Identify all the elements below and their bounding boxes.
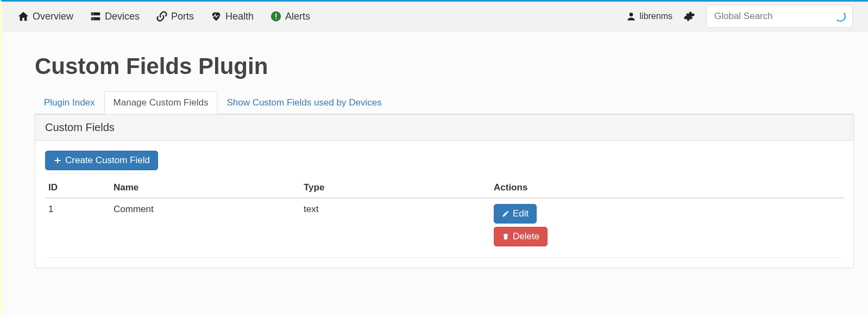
user-icon [626,11,637,22]
delete-label: Delete [513,231,539,242]
page-title: Custom Fields Plugin [35,53,854,79]
nav-left: Overview Devices Ports Health Alerts [17,10,326,22]
panel-body: Create Custom Field ID Name Type Actions… [35,141,853,268]
custom-fields-panel: Custom Fields Create Custom Field ID Nam… [35,114,854,268]
nav-overview[interactable]: Overview [17,10,73,22]
nav-devices-label: Devices [105,11,140,22]
tab-manage-custom-fields[interactable]: Manage Custom Fields [104,91,218,114]
cell-actions: Edit Delete [490,198,844,258]
nav-devices[interactable]: Devices [90,10,140,22]
settings-button[interactable] [683,10,695,22]
col-actions: Actions [490,178,844,198]
nav-overview-label: Overview [33,11,73,22]
loading-spinner-icon [835,11,846,22]
alert-icon [270,10,282,22]
create-custom-field-label: Create Custom Field [65,155,150,166]
cell-name: Comment [110,198,300,258]
svg-rect-0 [91,13,100,16]
svg-point-7 [629,13,633,16]
svg-rect-1 [91,17,100,21]
col-id: ID [45,178,110,198]
nav-alerts-label: Alerts [285,11,310,22]
nav-ports-label: Ports [171,11,194,22]
top-navbar: Overview Devices Ports Health Alerts lib… [2,2,868,32]
panel-heading: Custom Fields [35,114,853,141]
nav-ports[interactable]: Ports [156,10,194,22]
edit-button[interactable]: Edit [494,204,537,224]
table-row: 1 Comment text Edit Delete [45,198,844,258]
main-content: Custom Fields Plugin Plugin Index Manage… [2,32,868,284]
heartbeat-icon [210,10,222,22]
nav-alerts[interactable]: Alerts [270,10,310,22]
tab-show-custom-fields-by-devices[interactable]: Show Custom Fields used by Devices [217,91,391,114]
cell-id: 1 [45,198,110,258]
trash-icon [502,233,510,240]
col-type: Type [300,178,490,198]
plus-icon [53,156,62,165]
tab-plugin-index[interactable]: Plugin Index [35,91,104,114]
pencil-icon [502,210,510,218]
tabs: Plugin Index Manage Custom Fields Show C… [35,91,854,114]
nav-health[interactable]: Health [210,10,254,22]
delete-button[interactable]: Delete [494,227,548,246]
custom-fields-table: ID Name Type Actions 1 Comment text [45,178,844,258]
home-icon [17,10,29,22]
svg-point-3 [93,18,94,20]
nav-health-label: Health [225,11,254,22]
svg-point-2 [93,14,94,15]
create-custom-field-button[interactable]: Create Custom Field [45,151,158,170]
edit-label: Edit [513,208,529,219]
table-header-row: ID Name Type Actions [45,178,844,198]
nav-user[interactable]: librenms [626,11,672,22]
global-search[interactable] [706,5,853,28]
link-icon [156,10,168,22]
search-input[interactable] [713,10,822,22]
svg-rect-6 [275,18,276,20]
nav-right: librenms [626,5,853,28]
nav-user-label: librenms [640,11,672,21]
server-icon [90,10,102,22]
col-name: Name [110,178,300,198]
cell-type: text [300,198,490,258]
gear-icon [683,10,695,22]
svg-rect-5 [275,14,276,17]
